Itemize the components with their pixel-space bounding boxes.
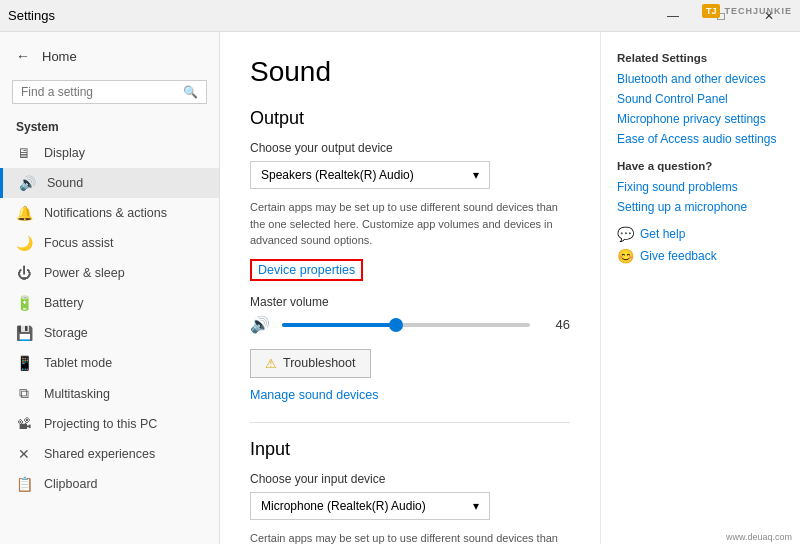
- focus-icon: 🌙: [16, 235, 32, 251]
- sidebar-item-label: Tablet mode: [44, 356, 112, 370]
- sidebar-item-label: Projecting to this PC: [44, 417, 157, 431]
- troubleshoot-label: Troubleshoot: [283, 356, 356, 370]
- get-help-link[interactable]: Get help: [640, 227, 685, 241]
- give-feedback-row[interactable]: 😊 Give feedback: [617, 248, 784, 264]
- projecting-icon: 📽: [16, 416, 32, 432]
- sidebar-item-label: Sound: [47, 176, 83, 190]
- output-device-properties-link[interactable]: Device properties: [250, 259, 363, 281]
- clipboard-icon: 📋: [16, 476, 32, 492]
- related-link-bluetooth[interactable]: Bluetooth and other devices: [617, 72, 784, 86]
- display-icon: 🖥: [16, 145, 32, 161]
- give-feedback-icon: 😊: [617, 248, 634, 264]
- related-settings-title: Related Settings: [617, 52, 784, 64]
- main-container: ← Home 🔍 System 🖥 Display 🔊 Sound 🔔 Noti…: [0, 32, 800, 544]
- sidebar-item-focus[interactable]: 🌙 Focus assist: [0, 228, 219, 258]
- content-area: Sound Output Choose your output device S…: [220, 32, 600, 544]
- output-device-dropdown[interactable]: Speakers (Realtek(R) Audio) ▾: [250, 161, 490, 189]
- get-help-row[interactable]: 💬 Get help: [617, 226, 784, 242]
- output-section-title: Output: [250, 108, 570, 129]
- sidebar-item-label: Battery: [44, 296, 84, 310]
- sidebar-item-storage[interactable]: 💾 Storage: [0, 318, 219, 348]
- battery-icon: 🔋: [16, 295, 32, 311]
- slider-fill: [282, 323, 396, 327]
- sidebar-item-label: Display: [44, 146, 85, 160]
- page-title: Sound: [250, 56, 570, 88]
- sidebar-item-battery[interactable]: 🔋 Battery: [0, 288, 219, 318]
- related-link-microphone-privacy[interactable]: Microphone privacy settings: [617, 112, 784, 126]
- watermark-logo: TJ: [702, 4, 721, 18]
- footer-url: www.deuaq.com: [726, 532, 792, 542]
- input-device-dropdown[interactable]: Microphone (Realtek(R) Audio) ▾: [250, 492, 490, 520]
- output-device-label: Choose your output device: [250, 141, 570, 155]
- sidebar-item-shared[interactable]: ✕ Shared experiences: [0, 439, 219, 469]
- back-arrow-icon: ←: [16, 48, 30, 64]
- sound-icon: 🔊: [19, 175, 35, 191]
- volume-value: 46: [542, 317, 570, 332]
- notifications-icon: 🔔: [16, 205, 32, 221]
- sidebar-item-label: Notifications & actions: [44, 206, 167, 220]
- sidebar-item-power[interactable]: ⏻ Power & sleep: [0, 258, 219, 288]
- input-device-label: Choose your input device: [250, 472, 570, 486]
- system-section-label: System: [0, 112, 219, 138]
- warning-icon: ⚠: [265, 356, 277, 371]
- watermark: TJ TECHJUNKIE: [702, 4, 792, 18]
- minimize-button[interactable]: —: [650, 0, 696, 32]
- slider-thumb[interactable]: [389, 318, 403, 332]
- right-panel: Related Settings Bluetooth and other dev…: [600, 32, 800, 544]
- volume-row: 🔊 46: [250, 315, 570, 335]
- setting-up-mic-link[interactable]: Setting up a microphone: [617, 200, 784, 214]
- manage-sound-devices-link[interactable]: Manage sound devices: [250, 388, 570, 402]
- input-desc-text: Certain apps may be set up to use differ…: [250, 530, 570, 545]
- watermark-brand: TECHJUNKIE: [724, 6, 792, 16]
- sidebar-item-label: Power & sleep: [44, 266, 125, 280]
- sidebar-item-label: Multitasking: [44, 387, 110, 401]
- slider-track: [282, 323, 530, 327]
- output-desc-text: Certain apps may be set up to use differ…: [250, 199, 570, 249]
- title-bar: Settings TJ TECHJUNKIE — □ ✕: [0, 0, 800, 32]
- speaker-icon: 🔊: [250, 315, 270, 334]
- get-help-icon: 💬: [617, 226, 634, 242]
- have-question-title: Have a question?: [617, 160, 784, 172]
- input-device-value: Microphone (Realtek(R) Audio): [261, 499, 426, 513]
- power-icon: ⏻: [16, 265, 32, 281]
- sidebar-item-label: Shared experiences: [44, 447, 155, 461]
- troubleshoot-button[interactable]: ⚠ Troubleshoot: [250, 349, 371, 378]
- multitasking-icon: ⧉: [16, 385, 32, 402]
- volume-slider[interactable]: [282, 315, 530, 335]
- fixing-sound-link[interactable]: Fixing sound problems: [617, 180, 784, 194]
- sidebar-item-label: Clipboard: [44, 477, 98, 491]
- home-label: Home: [42, 49, 77, 64]
- dropdown-arrow-icon2: ▾: [473, 499, 479, 513]
- search-box[interactable]: 🔍: [12, 80, 207, 104]
- divider: [250, 422, 570, 423]
- sidebar-item-sound[interactable]: 🔊 Sound: [0, 168, 219, 198]
- sidebar-item-display[interactable]: 🖥 Display: [0, 138, 219, 168]
- sidebar-home[interactable]: ← Home: [0, 40, 219, 72]
- related-link-ease-of-access[interactable]: Ease of Access audio settings: [617, 132, 784, 146]
- search-input[interactable]: [21, 85, 177, 99]
- dropdown-arrow-icon: ▾: [473, 168, 479, 182]
- sidebar-item-projecting[interactable]: 📽 Projecting to this PC: [0, 409, 219, 439]
- sidebar-item-multitasking[interactable]: ⧉ Multitasking: [0, 378, 219, 409]
- title-bar-left: Settings: [8, 8, 55, 23]
- sidebar-item-tablet[interactable]: 📱 Tablet mode: [0, 348, 219, 378]
- shared-icon: ✕: [16, 446, 32, 462]
- sidebar-item-label: Storage: [44, 326, 88, 340]
- master-volume-label: Master volume: [250, 295, 570, 309]
- related-link-sound-control[interactable]: Sound Control Panel: [617, 92, 784, 106]
- sidebar-item-notifications[interactable]: 🔔 Notifications & actions: [0, 198, 219, 228]
- output-device-value: Speakers (Realtek(R) Audio): [261, 168, 414, 182]
- sidebar-item-clipboard[interactable]: 📋 Clipboard: [0, 469, 219, 499]
- give-feedback-link[interactable]: Give feedback: [640, 249, 717, 263]
- search-icon: 🔍: [183, 85, 198, 99]
- sidebar: ← Home 🔍 System 🖥 Display 🔊 Sound 🔔 Noti…: [0, 32, 220, 544]
- input-section-title: Input: [250, 439, 570, 460]
- tablet-icon: 📱: [16, 355, 32, 371]
- title-bar-title: Settings: [8, 8, 55, 23]
- sidebar-item-label: Focus assist: [44, 236, 113, 250]
- storage-icon: 💾: [16, 325, 32, 341]
